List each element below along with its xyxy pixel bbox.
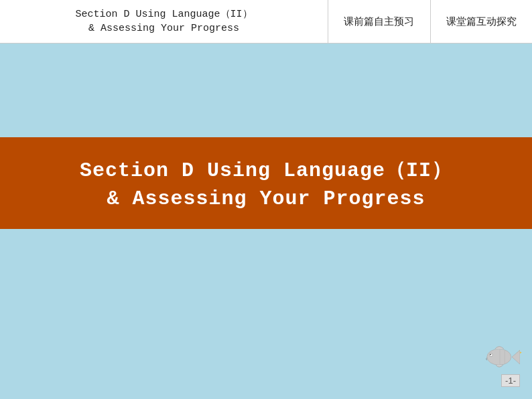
top-spacer bbox=[0, 44, 532, 137]
section-banner: Section D Using Language（II） & Assessing… bbox=[0, 137, 532, 229]
header-title-line1: Section D Using Language（II） bbox=[75, 7, 252, 21]
svg-point-3 bbox=[490, 354, 491, 355]
banner-line1: Section D Using Language（II） bbox=[80, 156, 452, 183]
tab-self-study[interactable]: 课前篇自主预习 bbox=[328, 0, 431, 43]
fish-decoration-area: -1- bbox=[480, 339, 520, 387]
bottom-area bbox=[0, 229, 532, 399]
svg-marker-1 bbox=[512, 350, 520, 364]
tab-classroom[interactable]: 课堂篇互动探究 bbox=[431, 0, 533, 43]
svg-point-0 bbox=[487, 349, 511, 365]
banner-line2: & Assessing Your Progress bbox=[107, 187, 425, 210]
header-bar: Section D Using Language（II） & Assessing… bbox=[0, 0, 532, 44]
fish-icon bbox=[480, 339, 520, 373]
header-title: Section D Using Language（II） & Assessing… bbox=[0, 0, 328, 43]
main-content: Section D Using Language（II） & Assessing… bbox=[0, 44, 532, 399]
header-title-line2: & Assessing Your Progress bbox=[75, 21, 252, 35]
page-number: -1- bbox=[501, 374, 520, 387]
